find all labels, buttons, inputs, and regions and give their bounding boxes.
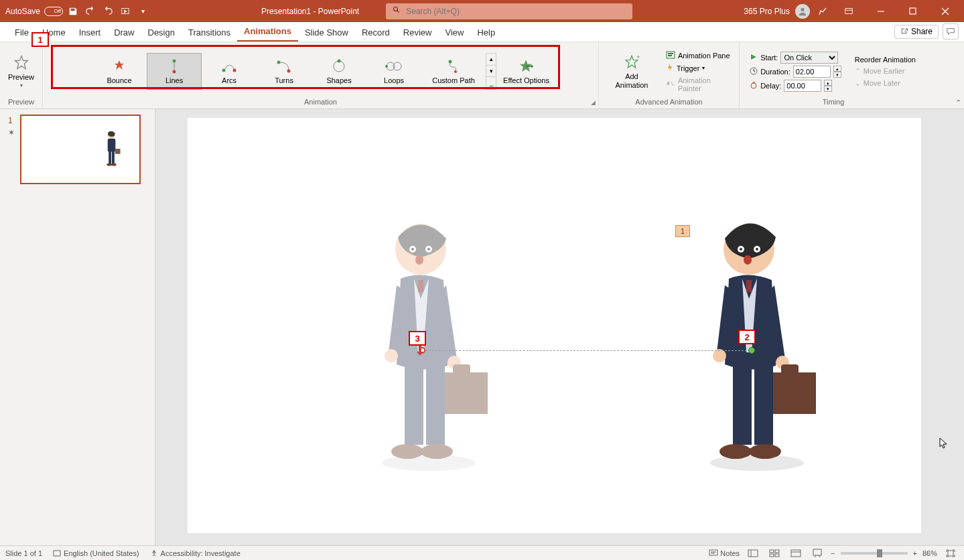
selected-figure[interactable] [697,218,817,476]
comments-button[interactable] [943,23,959,40]
autosave-switch[interactable]: Off [44,7,63,16]
from-beginning-icon[interactable] [118,4,133,19]
motion-path-start-handle[interactable] [748,347,755,354]
qat-customize-icon[interactable]: ▾ [135,4,150,19]
tab-draw[interactable]: Draw [107,23,141,42]
svg-rect-76 [748,550,758,557]
tab-review[interactable]: Review [397,23,439,42]
thumb-content-figure [102,131,122,172]
zoom-out-button[interactable]: − [831,549,835,557]
start-select[interactable]: On Click [780,52,838,64]
accessibility-button[interactable]: Accessibility: Investigate [150,549,240,557]
svg-point-41 [411,248,414,251]
svg-point-59 [756,248,758,251]
search-box[interactable] [386,3,632,19]
tab-transitions[interactable]: Transitions [182,23,237,42]
animation-pane-button[interactable]: Animation Pane [665,50,732,61]
slide-editor[interactable]: 1 2 3 [155,109,964,545]
zoom-level[interactable]: 86% [922,549,937,557]
collapse-ribbon-button[interactable]: ⌃ [955,98,961,107]
delay-input[interactable] [784,80,821,92]
svg-rect-45 [418,280,423,292]
trigger-button[interactable]: Trigger ▾ [665,62,732,74]
svg-rect-79 [775,550,779,553]
title-bar: AutoSave Off ▾ Presentation1 - PowerPoin… [0,0,964,22]
svg-point-44 [415,255,423,265]
callout-2: 2 [738,330,756,344]
share-label: Share [911,27,933,36]
slide-canvas[interactable]: 1 2 3 [188,118,921,533]
normal-view-button[interactable] [745,547,761,559]
close-icon[interactable] [932,0,959,22]
slideshow-view-button[interactable] [809,547,825,559]
animation-painter-button[interactable]: Animation Painter [665,76,732,93]
duration-down[interactable]: ▾ [833,72,841,78]
ribbon-group-timing: Start: On Click Duration: ▴▾ Delay: ▴▾ [740,42,927,109]
tab-slideshow[interactable]: Slide Show [298,23,355,42]
coming-soon-icon[interactable] [815,4,830,19]
tab-view[interactable]: View [438,23,470,42]
status-bar-right: Notes − + 86% [709,547,959,559]
language-indicator[interactable]: English (United States) [53,549,139,557]
autosave-toggle[interactable]: AutoSave Off [5,7,63,16]
motion-path-line[interactable] [422,350,750,351]
notes-button[interactable]: Notes [709,549,740,557]
share-button[interactable]: Share [894,25,939,39]
account-avatar[interactable] [795,4,810,19]
duration-up[interactable]: ▴ [833,66,841,72]
svg-point-53 [421,444,453,459]
save-icon[interactable] [66,4,80,19]
delay-down[interactable]: ▾ [824,86,832,92]
share-icon [900,27,908,37]
ribbon-group-preview: Preview ▾ Preview [0,42,43,109]
zoom-slider-thumb[interactable] [877,549,882,557]
redo-icon[interactable] [100,4,115,19]
delay-up[interactable]: ▴ [824,80,832,86]
svg-point-60 [744,255,752,265]
tab-animations[interactable]: Animations [237,22,298,42]
svg-point-62 [713,349,726,362]
duration-input[interactable] [793,66,831,78]
slide-thumbnail-1[interactable]: 1 ✶ [20,115,141,184]
svg-rect-51 [426,364,445,445]
svg-rect-37 [115,149,121,154]
notes-icon [709,549,718,557]
zoom-in-button[interactable]: + [913,549,917,557]
svg-point-1 [394,7,398,11]
tab-design[interactable]: Design [141,23,182,42]
fit-to-window-button[interactable] [943,547,959,559]
ribbon-display-icon[interactable] [835,0,862,22]
advanced-column: Animation Pane Trigger ▾ Animation Paint… [662,49,735,94]
chevron-down-icon: ▾ [20,82,23,88]
move-earlier-button[interactable]: ⌃Move Earlier [853,66,917,76]
tab-help[interactable]: Help [470,23,502,42]
move-later-button[interactable]: ⌄Move Later [853,78,917,88]
svg-rect-28 [668,55,672,56]
svg-point-57 [740,248,742,251]
clock-icon [750,67,758,76]
minimize-icon[interactable] [868,0,894,22]
chevron-down-icon: ⌄ [855,79,861,88]
animation-order-tag[interactable]: 1 [675,225,690,237]
animation-pane-icon [666,51,675,60]
tab-record[interactable]: Record [355,23,397,42]
document-title: Presentation1 - PowerPoint [261,7,359,16]
reading-view-button[interactable] [788,547,804,559]
svg-point-70 [749,444,781,459]
start-row: Start: On Click [750,52,841,64]
svg-rect-82 [791,550,801,557]
motion-path-ghost-figure [368,218,489,476]
tab-insert[interactable]: Insert [72,23,108,42]
add-animation-button[interactable]: + Add Animation [603,51,661,91]
undo-icon[interactable] [83,4,98,19]
status-bar: Slide 1 of 1 English (United States) Acc… [0,545,964,560]
search-input[interactable] [406,7,626,16]
path-end-arrow-icon [417,345,423,356]
animation-dialog-launcher[interactable]: ◢ [591,99,596,106]
slide-sorter-button[interactable] [766,547,782,559]
zoom-slider[interactable] [841,552,908,555]
maximize-icon[interactable] [900,0,926,22]
cursor-icon [939,437,949,449]
svg-text:+: + [636,54,640,60]
preview-button[interactable]: Preview ▾ [1,52,42,91]
